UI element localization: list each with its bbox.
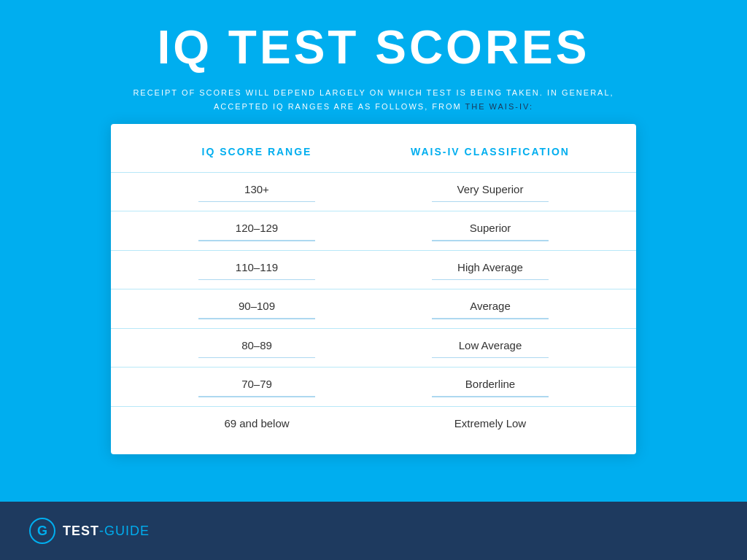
content-area: IQ SCORE RANGE WAIS-IV CLASSIFICATION 13… xyxy=(0,131,747,502)
subtitle: RECEIPT OF SCORES WILL DEPEND LARGELY ON… xyxy=(118,86,629,113)
table-row: 70–79 Borderline xyxy=(111,367,636,406)
cell-range-3: 90–109 xyxy=(140,298,374,319)
cell-range-2: 110–119 xyxy=(140,260,374,281)
cell-range-4: 80–89 xyxy=(140,338,374,359)
cell-range-1: 120–129 xyxy=(140,220,374,241)
divider xyxy=(432,396,549,397)
divider xyxy=(198,201,315,203)
divider xyxy=(198,396,315,397)
cell-class-5: Borderline xyxy=(374,376,607,397)
cell-class-6: Extremely Low xyxy=(374,416,607,431)
top-section: IQ TEST SCORES RECEIPT OF SCORES WILL DE… xyxy=(0,0,747,131)
table-card: IQ SCORE RANGE WAIS-IV CLASSIFICATION 13… xyxy=(111,124,636,454)
page-title: IQ TEST SCORES xyxy=(158,22,590,73)
logo-icon: G xyxy=(29,518,55,544)
subtitle-text-1: RECEIPT OF SCORES WILL DEPEND LARGELY ON… xyxy=(133,88,614,111)
logo-area: G TEST-GUIDE xyxy=(29,518,150,544)
divider xyxy=(198,318,315,319)
divider xyxy=(432,279,549,281)
table-row: 130+ Very Superior xyxy=(111,172,636,211)
col-header-classification: WAIS-IV CLASSIFICATION xyxy=(374,146,607,158)
divider xyxy=(432,357,549,359)
cell-range-5: 70–79 xyxy=(140,376,374,397)
subtitle-link: THE WAIS-IV: xyxy=(465,102,533,111)
divider xyxy=(432,201,549,203)
cell-class-1: Superior xyxy=(374,220,607,241)
cell-class-3: Average xyxy=(374,298,607,319)
table-row: 120–129 Superior xyxy=(111,211,636,250)
divider xyxy=(198,279,315,281)
logo-dash: -GUIDE xyxy=(99,524,150,538)
cell-range-6: 69 and below xyxy=(140,416,374,431)
logo-text: TEST-GUIDE xyxy=(63,524,150,539)
cell-class-0: Very Superior xyxy=(374,182,607,203)
cell-class-2: High Average xyxy=(374,260,607,281)
logo-bold: TEST xyxy=(63,524,99,538)
svg-text:G: G xyxy=(37,524,47,538)
divider xyxy=(198,357,315,359)
table-header: IQ SCORE RANGE WAIS-IV CLASSIFICATION xyxy=(111,146,636,172)
table-row: 80–89 Low Average xyxy=(111,328,636,368)
divider xyxy=(432,240,549,241)
divider xyxy=(198,240,315,241)
cell-class-4: Low Average xyxy=(374,338,607,359)
cell-range-0: 130+ xyxy=(140,182,374,203)
table-row: 69 and below Extremely Low xyxy=(111,406,636,440)
col-header-range: IQ SCORE RANGE xyxy=(140,146,374,158)
footer: G TEST-GUIDE xyxy=(0,502,747,560)
table-row: 90–109 Average xyxy=(111,289,636,328)
divider xyxy=(432,318,549,319)
table-row: 110–119 High Average xyxy=(111,250,636,289)
